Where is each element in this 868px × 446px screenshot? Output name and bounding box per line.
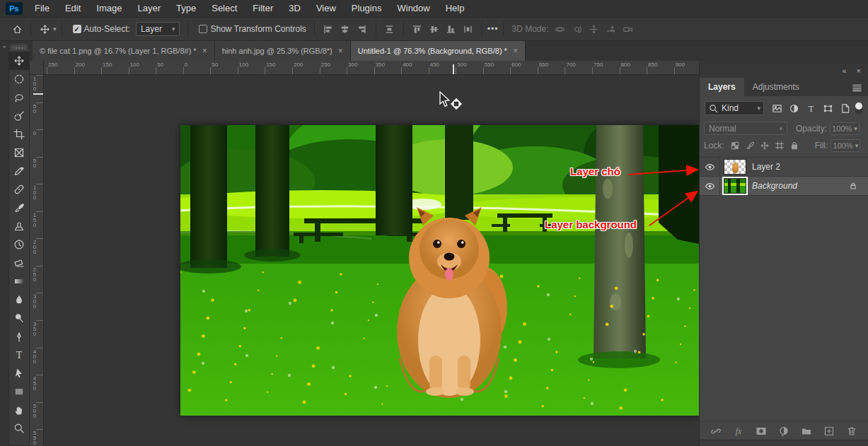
opacity-field[interactable]: 100% ▾ [830,122,860,135]
menu-item-layer[interactable]: Layer [130,0,169,17]
filter-kind-dropdown[interactable]: Kind ▾ [705,101,764,115]
vertical-ruler[interactable]: 1 0 05 005 01 0 01 5 02 0 02 5 03 0 03 5… [30,75,44,446]
menu-item-plugins[interactable]: Plugins [344,0,390,17]
3d-roll-icon[interactable] [569,20,586,38]
type-layer-filter-icon[interactable]: T [806,103,816,114]
horizontal-ruler[interactable]: 2502001501005005010015020025030035040045… [44,61,699,75]
crop-tool[interactable] [9,125,29,143]
lock-paint-icon[interactable] [745,141,755,151]
dodge-tool[interactable] [9,309,29,327]
history-brush-tool[interactable] [9,235,29,254]
frame-tool[interactable] [9,143,29,162]
lock-all-icon[interactable] [789,141,799,151]
align-top-icon[interactable] [409,20,426,38]
expand-dock-icon[interactable]: » [0,44,8,50]
align-center-horizontal-icon[interactable] [337,20,354,38]
menu-item-image[interactable]: Image [88,0,129,17]
delete-layer-icon[interactable] [846,426,857,437]
new-layer-icon[interactable] [823,426,835,437]
layer-name[interactable]: Layer 2 [752,162,780,172]
align-left-icon[interactable] [320,20,337,38]
panel-menu-icon[interactable] [852,82,862,93]
document-canvas[interactable] [180,125,699,416]
shape-layer-filter-icon[interactable] [823,103,833,114]
close-tab-icon[interactable]: × [202,46,207,56]
rectangle-tool[interactable] [9,382,29,401]
menu-item-type[interactable]: Type [168,0,204,17]
close-panel-icon[interactable]: × [857,66,861,75]
layer-name[interactable]: Background [752,181,797,191]
collapse-panels-icon[interactable]: « [842,66,846,75]
lock-position-icon[interactable] [760,141,770,151]
auto-select-target-dropdown[interactable]: Layer ▾ [136,22,180,36]
hand-tool[interactable] [9,401,29,419]
blend-mode-dropdown[interactable]: Normal ▾ [704,122,787,135]
eyedropper-tool[interactable] [9,162,29,180]
panel-tab-layers[interactable]: Layers [700,78,744,96]
pen-tool[interactable] [9,327,29,346]
menu-item-file[interactable]: File [27,0,57,17]
brush-tool[interactable] [9,199,29,217]
menu-item-window[interactable]: Window [389,0,437,17]
move-tool[interactable] [9,52,29,70]
link-layers-icon[interactable] [710,426,722,437]
layer-group-icon[interactable] [801,426,812,437]
smart-object-filter-icon[interactable] [840,103,850,114]
3d-orbit-icon[interactable] [552,20,569,38]
zoom-tool[interactable] [9,419,29,438]
close-tab-icon[interactable]: × [338,46,343,56]
clone-stamp-tool[interactable] [9,217,29,235]
align-middle-vertical-icon[interactable] [426,20,443,38]
3d-pan-icon[interactable] [586,20,603,38]
menu-item-help[interactable]: Help [438,0,473,17]
menu-item-edit[interactable]: Edit [57,0,88,17]
move-tool-options-icon[interactable] [36,20,53,38]
layer-row-layer-2[interactable]: Layer 2 [700,158,868,177]
auto-select-checkbox[interactable]: ✓ [73,25,81,33]
menu-item-select[interactable]: Select [204,0,245,17]
align-right-icon[interactable] [354,20,371,38]
layer-row-background[interactable]: Background [700,177,868,196]
lock-artboard-icon[interactable] [775,141,785,151]
layer-thumbnail[interactable] [724,159,746,175]
menu-item-3d[interactable]: 3D [281,0,308,17]
path-selection-tool[interactable] [9,364,29,382]
menu-item-filter[interactable]: Filter [245,0,281,17]
distribute-horizontal-icon[interactable] [460,20,477,38]
show-transform-checkbox[interactable] [199,25,207,33]
layer-effects-icon[interactable]: fx [733,426,744,437]
type-tool[interactable]: T [9,346,29,364]
toolbar-grip[interactable] [11,45,27,50]
document-tab-1[interactable]: © file cat 1.png @ 16.7% (Layer 1, RGB/8… [33,41,215,61]
layer-mask-icon[interactable] [756,426,767,437]
blur-tool[interactable] [9,291,29,309]
document-tab-3[interactable]: Untitled-1 @ 76.3% (Background, RGB/8) *… [351,41,526,61]
panel-tab-adjustments[interactable]: Adjustments [744,78,808,96]
3d-camera-icon[interactable] [620,20,637,38]
layer-thumbnail[interactable] [724,178,746,194]
eye-icon[interactable] [700,158,720,177]
eye-icon[interactable] [700,177,720,196]
object-selection-tool[interactable] [9,107,29,125]
distribute-vertical-icon[interactable] [381,20,398,38]
home-icon[interactable] [8,20,25,38]
lock-transparency-icon[interactable] [730,141,740,151]
filter-toggle[interactable] [855,102,862,115]
more-options-button[interactable]: ••• [487,24,499,34]
photoshop-logo[interactable]: Ps [6,2,23,15]
align-bottom-icon[interactable] [443,20,460,38]
lasso-tool[interactable] [9,88,29,107]
fill-field[interactable]: 100% ▾ [831,139,860,152]
pixel-layer-filter-icon[interactable] [772,103,782,114]
chevron-down-icon[interactable]: ▾ [53,25,57,33]
adjustment-layer-filter-icon[interactable] [789,103,799,114]
gradient-tool[interactable] [9,272,29,291]
3d-slide-icon[interactable] [603,20,620,38]
document-tab-2[interactable]: hinh anh.jpg @ 25.3% (RGB/8*)× [215,41,351,61]
eraser-tool[interactable] [9,254,29,272]
close-tab-icon[interactable]: × [513,46,518,56]
adjustment-layer-icon[interactable] [778,426,789,437]
marquee-tool[interactable] [9,70,29,88]
layer-lock-icon[interactable] [848,181,858,191]
menu-item-view[interactable]: View [308,0,344,17]
